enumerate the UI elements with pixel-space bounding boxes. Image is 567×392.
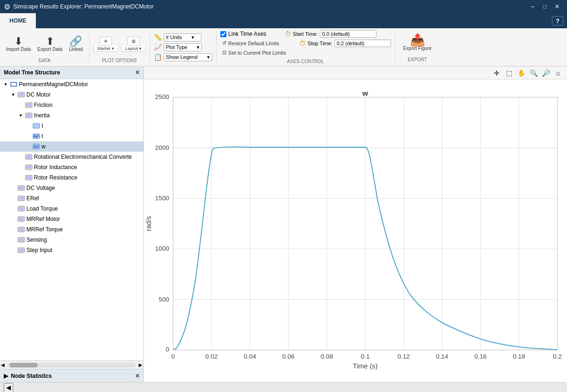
tree-item-inertia[interactable]: ▼Inertia (0, 110, 143, 121)
ribbon: HOME ? ⬇ Import Data ⬆ Export Data 🔗 Lin… (0, 13, 567, 66)
sidebar-close-btn[interactable]: × (135, 68, 140, 77)
tree-expand-inertia[interactable]: ▼ (17, 112, 25, 119)
svg-text:0.04: 0.04 (244, 353, 257, 360)
link-time-checkbox[interactable] (220, 31, 226, 37)
import-data-button[interactable]: ⬇ Import Data (4, 35, 33, 54)
tree-item-friction[interactable]: Friction (0, 100, 143, 110)
tree-expand-rotorresistance[interactable] (17, 174, 25, 181)
tree-item-rotorinductance[interactable]: Rotor Inductance (0, 162, 143, 172)
svg-rect-7 (26, 114, 31, 117)
svg-text:2500: 2500 (155, 93, 169, 100)
tree-icon-w (32, 142, 41, 151)
tree-item-eref[interactable]: ERef (0, 193, 143, 204)
clock2-icon: ⏱ (299, 40, 306, 47)
tree-expand-eref[interactable] (9, 195, 17, 202)
clock-icon: ⏱ (284, 30, 291, 38)
plot-type-row: 📈 Plot Type ▾ (154, 43, 212, 51)
maximize-button[interactable]: □ (539, 2, 551, 11)
tree-item-mrrefmotor[interactable]: MRRef Motor (0, 214, 143, 224)
tree-item-sensing[interactable]: Sensing (0, 235, 143, 245)
tree-expand-mrrefmotor[interactable] (9, 215, 17, 223)
window-controls: − □ ✕ (526, 2, 563, 11)
plot-canvas-wrapper: 2500 2000 1500 1000 500 0 0 0.02 0.04 0.… (144, 80, 567, 382)
ribbon-axes-control: Link Time Axes ⏱ Start Time: ↺ Restore D… (217, 30, 395, 64)
stop-time-input[interactable] (334, 40, 391, 47)
pan-tool-btn[interactable]: ✋ (516, 68, 526, 78)
svg-rect-24 (19, 218, 24, 220)
sidebar-header: Model Tree Structure × (0, 66, 143, 79)
svg-text:0.12: 0.12 (398, 353, 410, 360)
tree-item-w[interactable]: w (0, 141, 143, 152)
plot-type-button[interactable]: Plot Type ▾ (164, 43, 202, 51)
export-figure-button[interactable]: 📤 Export Figure (401, 32, 434, 52)
hscroll-thumb[interactable] (9, 363, 38, 368)
tree-icon-mrreftorque (17, 225, 25, 234)
node-stats-label: Node Statistics (11, 373, 52, 379)
help-button[interactable]: ? (552, 16, 563, 25)
tree-item-mrreftorque[interactable]: MRRef Torque (0, 224, 143, 235)
tree-expand-rotorinductance[interactable] (17, 163, 25, 171)
tree-item-stepinput[interactable]: Step Input (0, 245, 143, 255)
link-time-check[interactable]: Link Time Axes (220, 31, 267, 37)
tree-expand-rotelec[interactable] (17, 153, 25, 161)
tree-label-inertia: Inertia (33, 112, 50, 119)
tree-item-root[interactable]: ▼PermanentMagnetDCMotor (0, 79, 143, 90)
tree-item-t[interactable]: t (0, 131, 143, 141)
export-data-button[interactable]: ⬆ Export Data (35, 35, 65, 54)
export-group-label: EXPORT (408, 57, 427, 62)
start-time-input[interactable] (320, 30, 376, 38)
zoom-in-btn[interactable]: 🔍 (528, 68, 539, 78)
ribbon-tabs: HOME ? (0, 13, 567, 28)
marker-dropdown-btn[interactable]: Marker ▾ (93, 46, 118, 52)
tree-expand-dcmotor[interactable]: ▼ (9, 91, 17, 98)
svg-rect-22 (19, 207, 24, 210)
status-left-arrow[interactable]: ◀ (4, 383, 13, 392)
tree-container[interactable]: ▼PermanentMagnetDCMotor▼DC MotorFriction… (0, 79, 143, 360)
restore-default-button[interactable]: ↺ Restore Default Limits (220, 39, 281, 47)
units-icon: 📏 (154, 33, 162, 41)
tree-item-dcvoltage[interactable]: DC Voltage (0, 183, 143, 193)
node-stats-close-btn[interactable]: × (135, 372, 140, 380)
show-legend-button[interactable]: Show Legend ▾ (164, 53, 212, 61)
tree-expand-sensing[interactable] (9, 236, 17, 244)
tree-expand-root[interactable]: ▼ (2, 81, 9, 88)
close-button[interactable]: ✕ (551, 2, 563, 11)
marker-button[interactable]: ✛ (100, 37, 112, 46)
linked-button[interactable]: 🔗 Linked (67, 35, 85, 53)
tab-home[interactable]: HOME (0, 13, 36, 28)
export-figure-icon: 📤 (410, 33, 425, 46)
zoom-out-btn[interactable]: 🔎 (541, 68, 551, 78)
tree-item-rotelec[interactable]: Rotational Electromechanical Converte (0, 152, 143, 162)
tree-expand-t[interactable] (25, 132, 32, 140)
units-button[interactable]: # Units ▾ (164, 33, 201, 41)
tree-expand-friction[interactable] (17, 101, 25, 109)
tree-expand-dcvoltage[interactable] (9, 184, 17, 192)
cursor-tool-btn[interactable]: ✛ (492, 68, 502, 78)
set-current-button[interactable]: ⊡ Set to Current Plot Limits (220, 49, 288, 57)
tree-expand-I[interactable] (25, 122, 32, 130)
tree-icon-I (32, 122, 41, 130)
ribbon-group-export: 📤 Export Figure EXPORT (395, 30, 440, 64)
tree-item-loadtorque[interactable]: Load Torque (0, 204, 143, 214)
node-stats-expand-icon[interactable]: ▶ (4, 373, 8, 379)
svg-text:rad/s: rad/s (145, 216, 152, 231)
tree-expand-w[interactable] (25, 143, 32, 150)
select-tool-btn[interactable]: ⬚ (504, 68, 514, 78)
marker-split: ✛ Marker ▾ (93, 37, 118, 52)
layout-dropdown-btn[interactable]: Layout ▾ (121, 46, 146, 52)
tree-expand-loadtorque[interactable] (9, 205, 17, 212)
tree-label-loadtorque: Load Torque (25, 205, 58, 212)
scroll-left-btn[interactable]: ◀ (0, 362, 6, 368)
tree-label-friction: Friction (33, 102, 52, 108)
tree-item-rotorresistance[interactable]: Rotor Resistance (0, 172, 143, 183)
sidebar-scrollbar[interactable]: ◀ ▶ (0, 360, 143, 369)
tree-item-I[interactable]: I (0, 121, 143, 131)
layout-button[interactable]: ⊞ (127, 37, 140, 46)
tree-expand-stepinput[interactable] (9, 246, 17, 254)
tree-label-mrrefmotor: MRRef Motor (25, 216, 60, 222)
reset-view-btn[interactable]: ⌂ (553, 68, 563, 78)
tree-expand-mrreftorque[interactable] (9, 226, 17, 233)
minimize-button[interactable]: − (526, 2, 539, 11)
tree-item-dcmotor[interactable]: ▼DC Motor (0, 90, 143, 100)
scroll-right-btn[interactable]: ▶ (138, 362, 143, 368)
